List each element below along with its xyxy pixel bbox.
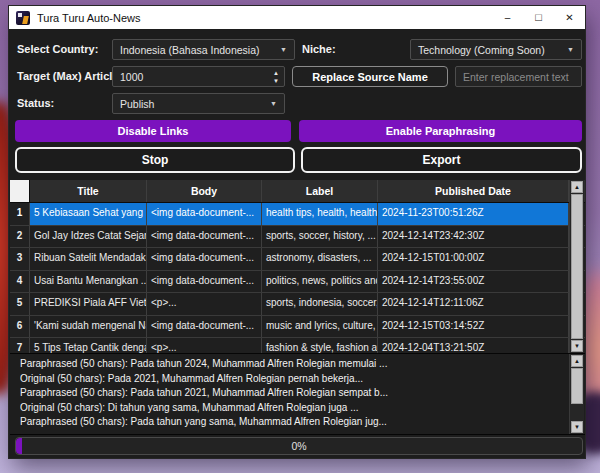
column-header[interactable]: Title (30, 180, 147, 202)
enable-paraphrasing-button[interactable]: Enable Paraphrasing (299, 120, 582, 142)
table-row[interactable]: 2Gol Jay Idzes Catat Sejarah ...<img dat… (10, 226, 585, 249)
table-cell-title: Ribuan Satelit Mendadak ... (30, 248, 147, 270)
progress-label: 0% (16, 438, 582, 454)
table-scrollbar[interactable]: ▲ ▼ (569, 180, 584, 353)
window-controls: – □ ✕ (492, 6, 585, 29)
status-select[interactable]: Publish ▼ (112, 93, 285, 114)
log-output[interactable]: Paraphrased (50 chars): Pada tahun 2024,… (10, 353, 585, 435)
table-cell-label: health tips, health, healthy ... (262, 203, 378, 225)
desktop: Tura Turu Auto-News – □ ✕ Select Country… (0, 0, 600, 473)
table-row[interactable]: 15 Kebiasaan Sehat yang Bisa...<img data… (10, 203, 585, 226)
table-cell-date: 2024-12-14T12:11:06Z (378, 293, 569, 315)
maximize-icon[interactable]: □ (523, 6, 554, 29)
table-cell-label: astronomy, disasters, ... (262, 248, 378, 270)
table-cell-date: 2024-12-15T01:00:00Z (378, 248, 569, 270)
country-value: Indonesia (Bahasa Indonesia) (113, 44, 280, 56)
articles-table: TitleBodyLabelPublished Date 15 Kebiasaa… (10, 180, 585, 353)
app-icon (16, 11, 30, 25)
log-scrollbar-thumb[interactable] (571, 368, 583, 404)
table-row[interactable]: 3Ribuan Satelit Mendadak ...<img data-do… (10, 248, 585, 271)
scroll-down-icon[interactable]: ▼ (571, 340, 583, 352)
table-cell-num: 4 (10, 271, 30, 293)
table-cell-num: 5 (10, 293, 30, 315)
table-row[interactable]: 4Usai Bantu Menangkan ...<img data-docum… (10, 271, 585, 294)
column-header[interactable]: Label (262, 180, 378, 202)
log-line: Paraphrased (50 chars): Pada tahun yang … (20, 415, 567, 430)
table-cell-title: Gol Jay Idzes Catat Sejarah ... (30, 226, 147, 248)
table-cell-num: 6 (10, 316, 30, 338)
table-cell-label: sports, soccer, history, ... (262, 226, 378, 248)
target-articles-stepper[interactable]: ▲ ▼ (112, 66, 285, 87)
progress-bar: 0% (15, 437, 583, 455)
table-row[interactable]: 6'Kami sudah mengenal Natal...<img data-… (10, 316, 585, 339)
status-label: Status: (17, 97, 54, 109)
status-value: Publish (113, 98, 270, 110)
window-content: Select Country: Indonesia (Bahasa Indone… (9, 29, 585, 458)
log-line: Original (50 chars): Di tahun yang sama,… (20, 401, 567, 416)
table-cell-body: <img data-document-... (147, 316, 262, 338)
app-window: Tura Turu Auto-News – □ ✕ Select Country… (9, 6, 585, 458)
table-cell-date: 2024-11-23T00:51:26Z (378, 203, 569, 225)
chevron-down-icon: ▼ (280, 46, 294, 53)
replacement-text-field-wrap (455, 66, 582, 87)
table-cell-body: <p>... (147, 293, 262, 315)
disable-links-button[interactable]: Disable Links (15, 120, 291, 142)
window-title: Tura Turu Auto-News (37, 12, 492, 24)
column-header[interactable]: Body (147, 180, 262, 202)
table-body: 15 Kebiasaan Sehat yang Bisa...<img data… (10, 203, 585, 361)
replacement-text-input[interactable] (456, 70, 581, 84)
stepper-down-icon[interactable]: ▼ (273, 78, 279, 84)
table-cell-title: Usai Bantu Menangkan ... (30, 271, 147, 293)
stepper-up-icon[interactable]: ▲ (273, 70, 279, 76)
table-cell-title: 'Kami sudah mengenal Natal... (30, 316, 147, 338)
scroll-down-icon[interactable]: ▼ (571, 421, 583, 433)
chevron-down-icon: ▼ (270, 100, 284, 107)
column-header[interactable]: Published Date (378, 180, 569, 202)
table-cell-title: 5 Kebiasaan Sehat yang Bisa... (30, 203, 147, 225)
table-cell-body: <img data-document-... (147, 226, 262, 248)
table-cell-label: sports, indonesia, soccer, asia (262, 293, 378, 315)
target-articles-input[interactable] (113, 70, 273, 84)
table-cell-num: 3 (10, 248, 30, 270)
table-row[interactable]: 5PREDIKSI Piala AFF Vietnam ...<p>...spo… (10, 293, 585, 316)
table-cell-body: <img data-document-... (147, 203, 262, 225)
log-line: Paraphrased (50 chars): Pada tahun 2021,… (20, 386, 567, 401)
table-cell-date: 2024-12-14T23:55:00Z (378, 271, 569, 293)
niche-value: Technology (Coming Soon) (411, 44, 567, 56)
close-icon[interactable]: ✕ (554, 6, 585, 29)
log-line: Paraphrased (50 chars): Pada tahun 2024,… (20, 357, 567, 372)
table-cell-num: 1 (10, 203, 30, 225)
table-cell-title: PREDIKSI Piala AFF Vietnam ... (30, 293, 147, 315)
log-line: Original (50 chars): Pada 2021, Muhammad… (20, 372, 567, 387)
niche-select[interactable]: Technology (Coming Soon) ▼ (410, 39, 582, 60)
table-cell-body: <img data-document-... (147, 271, 262, 293)
chevron-down-icon: ▼ (567, 46, 581, 53)
table-cell-date: 2024-12-15T03:14:52Z (378, 316, 569, 338)
table-cell-num: 2 (10, 226, 30, 248)
country-select[interactable]: Indonesia (Bahasa Indonesia) ▼ (112, 39, 295, 60)
table-cell-date: 2024-12-14T23:42:30Z (378, 226, 569, 248)
minimize-icon[interactable]: – (492, 6, 523, 29)
titlebar[interactable]: Tura Turu Auto-News – □ ✕ (9, 6, 585, 29)
scroll-up-icon[interactable]: ▲ (571, 355, 583, 367)
niche-label: Niche: (302, 43, 336, 55)
country-label: Select Country: (17, 43, 98, 55)
log-scrollbar[interactable]: ▲ ▼ (569, 354, 584, 434)
export-button[interactable]: Export (301, 147, 582, 173)
replace-source-name-button[interactable]: Replace Source Name (292, 66, 448, 87)
stop-button[interactable]: Stop (15, 147, 295, 173)
log-lines: Paraphrased (50 chars): Pada tahun 2024,… (20, 357, 567, 430)
scroll-up-icon[interactable]: ▲ (571, 181, 583, 193)
table-cell-body: <img data-document-... (147, 248, 262, 270)
stepper-arrows[interactable]: ▲ ▼ (273, 70, 284, 84)
table-corner-cell (10, 180, 30, 202)
table-header: TitleBodyLabelPublished Date (10, 180, 585, 203)
table-cell-label: politics, news, politics and ... (262, 271, 378, 293)
table-cell-label: music and lyrics, culture, ... (262, 316, 378, 338)
table-scrollbar-thumb[interactable] (571, 194, 583, 339)
